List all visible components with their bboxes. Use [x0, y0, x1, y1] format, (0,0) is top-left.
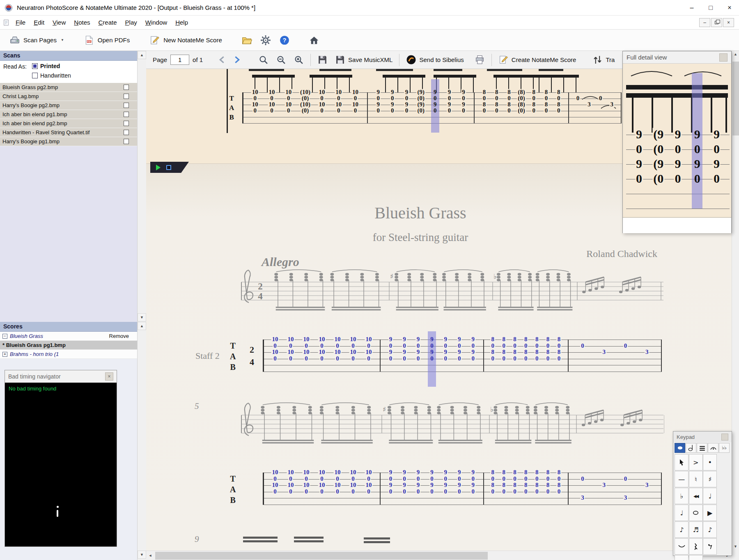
keypad-button-crotchet[interactable]: ♩ [675, 505, 689, 521]
tab-number[interactable]: 0 [336, 95, 341, 101]
scan-list-item[interactable]: Harry's Boogie pg1.bmp [0, 137, 137, 146]
tab-number[interactable]: 9 [470, 469, 475, 475]
zoom-tool-button[interactable] [256, 53, 271, 66]
tab-number[interactable]: 0 [501, 475, 506, 482]
tab-number[interactable]: 10 [335, 101, 342, 108]
tab-number[interactable]: 0 [623, 342, 628, 349]
tab-number[interactable]: 9 [457, 336, 462, 342]
tab-number[interactable]: 3 [602, 482, 607, 488]
tab-number[interactable]: 0 [388, 475, 393, 482]
tab-number[interactable]: 3 [609, 101, 614, 108]
tab-number[interactable]: 9 [402, 482, 407, 488]
tab-number[interactable]: 0 [273, 342, 278, 349]
scroll-left-icon[interactable]: ◄ [146, 551, 154, 560]
scan-item-checkbox[interactable] [124, 85, 129, 90]
tab-number[interactable]: 8 [556, 89, 561, 95]
tab-number[interactable]: 8 [557, 469, 562, 475]
tab-number[interactable]: 8 [535, 336, 539, 342]
keypad-button-quaver[interactable]: ♪ [675, 521, 689, 538]
tab-number[interactable]: 0 [535, 355, 539, 361]
tab-number[interactable]: 0 [501, 355, 506, 361]
close-icon[interactable] [719, 53, 728, 62]
tab-number[interactable]: 10 [349, 469, 357, 475]
tab-number[interactable]: 0 [535, 342, 539, 349]
tab-number[interactable]: 0 [713, 143, 721, 155]
tab-number[interactable]: 8 [546, 336, 551, 342]
tab-number[interactable]: 0 [546, 488, 551, 494]
tab-number[interactable]: 9 [461, 101, 466, 108]
tab-number[interactable]: 9 [457, 469, 462, 475]
horizontal-scrollbar[interactable]: ◄ ► [146, 551, 732, 560]
tab-number[interactable]: 0 [416, 475, 421, 482]
transpose-button[interactable]: Tra [590, 53, 617, 66]
tab-number[interactable]: 0 [494, 95, 499, 101]
tab-number[interactable]: 9 [635, 158, 643, 170]
tab-number[interactable]: 10 [333, 336, 341, 342]
tab-number[interactable]: (0) [301, 95, 310, 101]
tab-number[interactable]: 0 [404, 95, 409, 101]
zoom-in-button[interactable] [291, 53, 306, 66]
minimize-button[interactable]: – [682, 0, 701, 15]
tab-number[interactable]: 0 [523, 475, 528, 482]
score-list-item[interactable]: +Brahms - horn trio (1 [0, 350, 137, 359]
tab-number[interactable]: 10 [333, 349, 341, 355]
tab-number[interactable]: 10 [251, 89, 259, 95]
tab-number[interactable]: 0 [429, 342, 434, 349]
tab-number[interactable]: 9 [470, 336, 475, 342]
tab-number[interactable]: 9 [635, 128, 643, 140]
tab-number[interactable]: 0 [433, 108, 438, 114]
tab-number[interactable]: 8 [501, 482, 506, 488]
tab-number[interactable]: 9 [376, 89, 381, 95]
tab-number[interactable]: 0 [556, 95, 561, 101]
printed-checkbox[interactable] [32, 63, 38, 69]
tab-number[interactable]: 10 [318, 101, 326, 108]
tab-number[interactable]: 0 [470, 488, 475, 494]
tab-number[interactable]: 0 [366, 342, 371, 349]
menu-notes[interactable]: Notes [70, 17, 94, 28]
scroll-down-icon[interactable]: ▼ [138, 551, 146, 559]
tab-number[interactable]: 0 [319, 475, 324, 482]
tab-number[interactable]: 8 [544, 101, 549, 108]
tab-number[interactable]: 0 [253, 95, 258, 101]
tab-number[interactable]: 8 [482, 101, 487, 108]
tab-number[interactable]: 10 [271, 469, 279, 475]
tab-number[interactable]: 0 [353, 95, 358, 101]
scan-list-item[interactable]: Christ Lag.bmp [0, 92, 137, 101]
tab-number[interactable]: 9 [713, 158, 721, 170]
tab-number[interactable]: 0 [470, 355, 475, 361]
tab-number[interactable]: 9 [470, 349, 475, 355]
scores-scrollbar[interactable]: ▲ ▼ [137, 322, 146, 560]
tab-number[interactable]: 0 [623, 475, 628, 482]
tab-number[interactable]: 8 [532, 101, 537, 108]
tab-number[interactable]: 0 [335, 475, 340, 482]
tab-number[interactable]: 10 [287, 349, 294, 355]
tab-number[interactable]: 0 [351, 342, 356, 349]
tab-number[interactable]: (8) [517, 89, 526, 95]
tab-number[interactable]: 0 [351, 475, 356, 482]
tab-number[interactable]: 0 [557, 342, 562, 349]
tab-number[interactable]: 0 [429, 488, 434, 494]
tab-number[interactable]: 0 [443, 355, 448, 361]
tab-number[interactable]: 8 [491, 469, 496, 475]
tab-number[interactable]: 0 [269, 108, 274, 114]
tab-number[interactable]: 0 [557, 355, 562, 361]
tab-number[interactable]: 9 [713, 128, 721, 140]
tab-number[interactable]: (0) [301, 108, 310, 114]
tab-number[interactable]: 9 [404, 89, 409, 95]
zoom-out-button[interactable] [274, 53, 288, 66]
tab-number[interactable]: 9 [457, 349, 462, 355]
tab-number[interactable]: 3 [602, 349, 607, 355]
scan-item-checkbox[interactable] [124, 121, 129, 126]
tab-number[interactable]: 9 [429, 482, 434, 488]
tab-number[interactable]: 9 [416, 469, 421, 475]
tab-number[interactable]: 0 [523, 488, 528, 494]
tab-number[interactable]: 3 [645, 349, 649, 355]
tab-number[interactable]: (0) [416, 108, 425, 114]
tab-number[interactable]: 9 [447, 101, 452, 108]
tab-number[interactable]: 9 [388, 349, 393, 355]
keypad-tab-beams[interactable] [697, 443, 707, 453]
remove-score-button[interactable]: Remove [109, 333, 129, 339]
tab-number[interactable]: (10) [299, 101, 311, 108]
tab-number[interactable]: 10 [302, 349, 310, 355]
tab-number[interactable]: 0 [443, 342, 448, 349]
